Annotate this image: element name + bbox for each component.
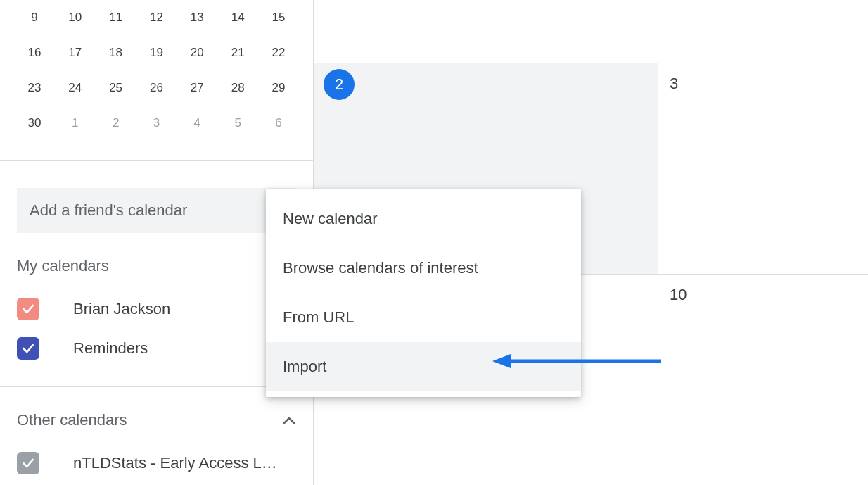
other-calendars-header[interactable]: Other calendars: [17, 411, 296, 429]
mini-cal-day[interactable]: 3: [136, 106, 177, 141]
calendar-list-item[interactable]: Reminders: [17, 329, 296, 368]
mini-cal-day[interactable]: 6: [258, 106, 299, 141]
mini-cal-day[interactable]: 15: [258, 0, 299, 35]
day-cell-3[interactable]: 3: [658, 63, 868, 275]
annotation-arrow: [492, 354, 661, 368]
other-calendars-title: Other calendars: [17, 411, 127, 429]
mini-cal-day[interactable]: 26: [136, 70, 177, 106]
calendar-checkbox[interactable]: [17, 452, 39, 474]
calendar-label: nTLDStats - Early Access L…: [73, 454, 277, 472]
menu-item-from-url[interactable]: From URL: [266, 293, 581, 342]
my-calendars-header[interactable]: My calendars: [17, 257, 296, 275]
add-friend-placeholder: Add a friend's calendar: [30, 201, 187, 220]
add-friend-row: Add a friend's calendar: [17, 188, 296, 233]
my-calendars-list: Brian JacksonReminders: [17, 289, 296, 368]
day-number: 10: [670, 286, 687, 304]
mini-calendar-table: 9101112131415161718192021222324252627282…: [14, 0, 299, 141]
mini-cal-day[interactable]: 5: [217, 106, 258, 141]
mini-cal-day[interactable]: 20: [177, 35, 217, 70]
mini-cal-day[interactable]: 11: [96, 0, 136, 35]
svg-marker-1: [492, 354, 511, 368]
calendar-checkbox[interactable]: [17, 337, 39, 360]
menu-item-browse-calendars-of-interest[interactable]: Browse calendars of interest: [266, 244, 581, 293]
mini-cal-day[interactable]: 21: [217, 35, 258, 70]
sidebar-divider-1: [0, 160, 313, 161]
mini-cal-day[interactable]: 19: [136, 35, 177, 70]
mini-cal-day[interactable]: 17: [55, 35, 96, 70]
today-badge: 2: [324, 69, 355, 100]
mini-cal-day[interactable]: 18: [96, 35, 136, 70]
month-row-0: [314, 0, 868, 63]
mini-cal-day[interactable]: 28: [217, 70, 258, 106]
calendar-label: Brian Jackson: [73, 300, 170, 318]
mini-cal-day[interactable]: 27: [177, 70, 217, 106]
mini-cal-day[interactable]: 30: [14, 106, 55, 141]
mini-cal-day[interactable]: 4: [177, 106, 217, 141]
add-friend-input[interactable]: Add a friend's calendar: [17, 188, 296, 233]
mini-cal-day[interactable]: 12: [136, 0, 177, 35]
calendar-list-item[interactable]: Brian Jackson: [17, 289, 296, 329]
calendar-label: Reminders: [73, 339, 148, 358]
other-calendars-list: nTLDStats - Early Access L…: [17, 443, 296, 483]
my-calendars-title: My calendars: [17, 257, 109, 275]
day-number: 3: [670, 75, 678, 93]
mini-cal-day[interactable]: 16: [14, 35, 55, 70]
mini-cal-day[interactable]: 9: [14, 0, 55, 35]
chevron-up-icon: [282, 412, 296, 429]
calendar-checkbox[interactable]: [17, 298, 39, 320]
mini-cal-day[interactable]: 25: [96, 70, 136, 106]
mini-cal-day[interactable]: 24: [55, 70, 96, 106]
day-cell-10[interactable]: 10: [658, 275, 868, 485]
calendar-list-item[interactable]: nTLDStats - Early Access L…: [17, 443, 296, 483]
mini-cal-day[interactable]: 13: [177, 0, 217, 35]
mini-cal-day[interactable]: 2: [96, 106, 136, 141]
mini-cal-day[interactable]: 1: [55, 106, 96, 141]
menu-item-new-calendar[interactable]: New calendar: [266, 194, 581, 244]
mini-calendar: 9101112131415161718192021222324252627282…: [0, 0, 313, 148]
mini-cal-day[interactable]: 10: [55, 0, 96, 35]
mini-cal-day[interactable]: 23: [14, 70, 55, 106]
mini-cal-day[interactable]: 29: [258, 70, 299, 106]
mini-cal-day[interactable]: 22: [258, 35, 299, 70]
mini-cal-day[interactable]: 14: [217, 0, 258, 35]
